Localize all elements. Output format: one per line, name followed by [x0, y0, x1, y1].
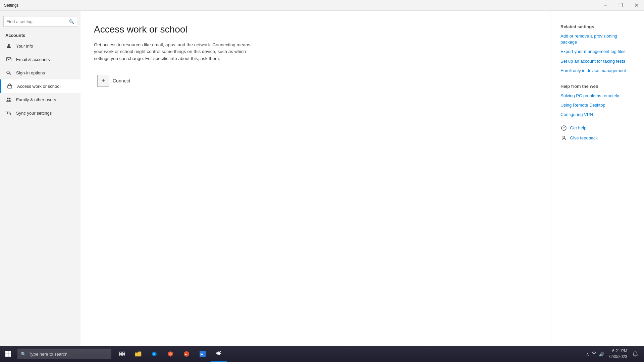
give-feedback-icon — [560, 135, 567, 141]
help-link-vpn[interactable]: Configuring VPN — [560, 112, 634, 118]
taskbar-search-placeholder: Type here to search — [29, 352, 67, 357]
svg-rect-10 — [8, 351, 11, 354]
email-icon — [5, 56, 12, 63]
key-icon — [5, 69, 12, 76]
search-box[interactable]: 🔍 — [3, 16, 77, 27]
sidebar-item-signin-label: Sign-in options — [16, 70, 45, 75]
svg-point-5 — [9, 98, 11, 100]
task-view-button[interactable] — [114, 346, 130, 362]
get-help-item[interactable]: ? Get help — [560, 125, 634, 131]
svg-rect-11 — [5, 354, 8, 357]
main-content: Access work or school Get access to reso… — [80, 11, 550, 346]
sidebar: 🔍 Accounts Your info Email & accounts Si… — [0, 11, 80, 346]
help-link-remote-desktop[interactable]: Using Remote Desktop — [560, 102, 634, 108]
close-button[interactable]: ✕ — [629, 0, 644, 11]
svg-point-2 — [7, 71, 9, 74]
svg-rect-15 — [119, 354, 122, 356]
svg-point-4 — [7, 98, 9, 100]
search-icon: 🔍 — [69, 19, 74, 24]
family-icon — [5, 96, 12, 103]
edge-browser-button[interactable] — [146, 346, 162, 362]
related-settings-title: Related settings — [560, 24, 634, 29]
sidebar-item-access-work[interactable]: Access work or school — [0, 79, 80, 93]
help-section: Help from the web Solving PC problems re… — [560, 84, 634, 141]
svg-text:▶: ▶ — [201, 352, 203, 356]
svg-text:●: ● — [185, 352, 187, 356]
page-description: Get access to resources like email, apps… — [94, 42, 255, 62]
app4-button[interactable]: ● — [178, 346, 195, 362]
taskbar-apps: ● ▶ — [114, 346, 227, 362]
svg-rect-3 — [8, 85, 12, 88]
svg-point-0 — [8, 44, 10, 46]
audio-icon[interactable]: 🔊 — [599, 352, 604, 357]
svg-rect-14 — [122, 352, 125, 354]
connect-label: Connect — [113, 78, 130, 83]
get-help-icon: ? — [560, 125, 567, 131]
sidebar-item-access-work-label: Access work or school — [17, 84, 60, 89]
related-link-tests-account[interactable]: Set up an account for taking tests — [560, 58, 634, 64]
taskbar: 🔍 Type here to search ● ▶ — [0, 346, 644, 362]
restore-button[interactable]: ❐ — [613, 0, 629, 11]
svg-rect-16 — [122, 354, 125, 356]
window-title: Settings — [4, 3, 18, 8]
sidebar-item-email-label: Email & accounts — [16, 57, 50, 62]
title-bar: Settings − ❐ ✕ — [0, 0, 644, 11]
get-help-label[interactable]: Get help — [570, 125, 586, 130]
connect-button[interactable]: + Connect — [94, 72, 148, 89]
svg-point-8 — [563, 136, 565, 138]
taskbar-tray: ∧ 🔊 6:21 PM 6/30/2023 — [586, 346, 644, 362]
clock-date: 6/30/2023 — [609, 354, 627, 360]
sidebar-item-your-info[interactable]: Your info — [0, 39, 80, 53]
sidebar-item-email-accounts[interactable]: Email & accounts — [0, 53, 80, 66]
settings-taskbar-button[interactable] — [211, 346, 227, 362]
sidebar-item-sign-in[interactable]: Sign-in options — [0, 66, 80, 79]
related-link-provisioning[interactable]: Add or remove a provisioning package — [560, 33, 634, 45]
svg-rect-12 — [8, 354, 11, 357]
taskbar-search[interactable]: 🔍 Type here to search — [17, 349, 111, 359]
accounts-section-label: Accounts — [0, 30, 80, 39]
related-link-enroll-device[interactable]: Enroll only in device management — [560, 68, 634, 74]
connect-plus-icon: + — [97, 75, 109, 87]
minimize-button[interactable]: − — [598, 0, 613, 11]
start-button[interactable] — [0, 346, 16, 362]
right-panel: Related settings Add or remove a provisi… — [550, 11, 644, 346]
taskbar-search-icon: 🔍 — [21, 352, 26, 357]
sidebar-item-sync-settings[interactable]: Sync your settings — [0, 106, 80, 120]
sidebar-item-family-users[interactable]: Family & other users — [0, 93, 80, 106]
sidebar-item-sync-label: Sync your settings — [16, 111, 52, 116]
person-icon — [5, 43, 12, 49]
give-feedback-label[interactable]: Give feedback — [570, 135, 598, 140]
window-controls: − ❐ ✕ — [598, 0, 644, 11]
svg-rect-9 — [5, 351, 8, 354]
page-title: Access work or school — [94, 24, 537, 35]
app-body: 🔍 Accounts Your info Email & accounts Si… — [0, 11, 644, 346]
clock-time: 6:21 PM — [612, 348, 627, 354]
sidebar-item-your-info-label: Your info — [16, 44, 33, 49]
sidebar-item-family-label: Family & other users — [16, 97, 56, 102]
help-link-pc-problems[interactable]: Solving PC problems remotely — [560, 93, 634, 99]
tray-expand-icon[interactable]: ∧ — [586, 352, 589, 357]
related-link-log-files[interactable]: Export your management log files — [560, 49, 634, 55]
search-input[interactable] — [6, 19, 69, 24]
help-title: Help from the web — [560, 84, 634, 89]
svg-rect-13 — [119, 352, 122, 354]
svg-rect-1 — [6, 58, 11, 61]
notification-button[interactable] — [630, 346, 641, 362]
app5-button[interactable]: ▶ — [195, 346, 211, 362]
sync-icon — [5, 110, 12, 116]
tray-icons: ∧ 🔊 — [586, 352, 607, 357]
file-explorer-button[interactable] — [130, 346, 146, 362]
give-feedback-item[interactable]: Give feedback — [560, 135, 634, 141]
wifi-icon[interactable] — [591, 352, 597, 357]
svg-text:?: ? — [563, 126, 565, 130]
tray-clock[interactable]: 6:21 PM 6/30/2023 — [607, 348, 630, 360]
brave-button[interactable] — [162, 346, 178, 362]
briefcase-icon — [6, 83, 13, 89]
